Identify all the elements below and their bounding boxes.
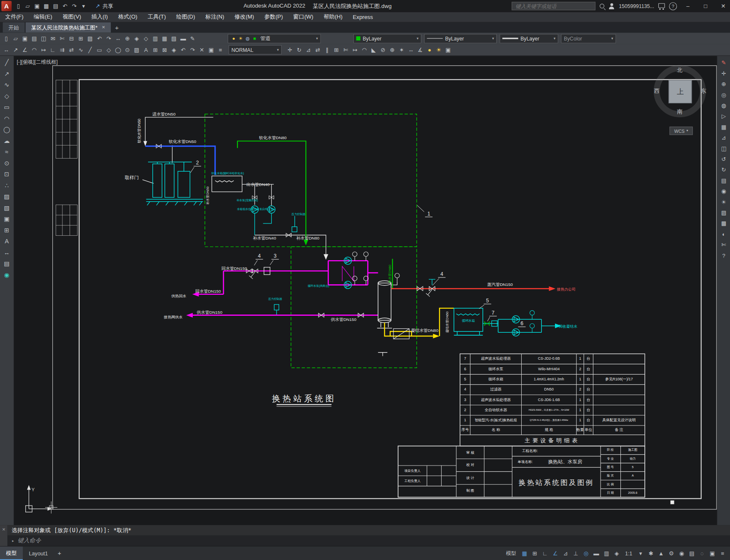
move-icon[interactable]: ✛ — [286, 46, 294, 54]
donut-icon[interactable]: ⊙ — [123, 46, 132, 54]
dim-linear-icon[interactable]: ↔ — [2, 46, 11, 54]
plotstyle-combo[interactable]: ByColor ▾ — [561, 34, 616, 43]
text-style-combo[interactable]: NORMAL ▾ — [229, 45, 282, 54]
menu-item-5[interactable]: 格式(O) — [113, 12, 143, 22]
annotation-visibility-icon[interactable]: ✱ — [646, 549, 655, 558]
pan-icon[interactable]: ✛ — [719, 69, 729, 78]
view-cube-top-face[interactable]: 上 — [668, 80, 692, 103]
zoom-previous-icon[interactable]: ◇ — [142, 34, 151, 43]
view-forward-icon[interactable]: ↻ — [719, 165, 729, 175]
menu-item-4[interactable]: 插入(I) — [86, 12, 113, 22]
drawing-canvas[interactable]: 进水管DN50软化水管DN50软化水管DN50软化水管DN80取样门软化水箱(随… — [14, 55, 717, 525]
undo-small-icon[interactable]: ↶ — [179, 46, 188, 54]
array-icon[interactable]: ⊞ — [332, 46, 341, 54]
section-icon[interactable]: ◫ — [719, 144, 729, 153]
transparency-icon[interactable]: ▥ — [602, 549, 611, 558]
sheet-set-icon[interactable]: ▬ — [179, 34, 188, 43]
copy-icon[interactable]: ⊟ — [67, 34, 76, 43]
command-prompt-placeholder[interactable]: 键入命令 — [18, 537, 41, 545]
layout1-tab[interactable]: Layout1 — [23, 547, 54, 560]
style-manager-icon[interactable]: ▣ — [207, 46, 215, 54]
dim-tool-icon[interactable]: ↔ — [2, 247, 12, 257]
compass-south[interactable]: 南 — [677, 108, 682, 116]
measure-icon[interactable]: ∡ — [416, 46, 425, 54]
point-style-icon[interactable]: ◉ — [2, 269, 12, 280]
region-tool-icon[interactable]: ▣ — [2, 214, 12, 224]
lineweight-combo[interactable]: ByLayer ▾ — [500, 34, 558, 43]
gradient-tool-icon[interactable]: ▧ — [2, 202, 12, 213]
insert-block-icon[interactable]: ⊡ — [2, 169, 12, 179]
snap-mode-icon[interactable]: ⊞ — [530, 549, 539, 558]
break-icon[interactable]: ⊘ — [379, 46, 388, 54]
menu-item-2[interactable]: 编辑(E) — [29, 12, 57, 22]
table-icon[interactable]: ⊞ — [151, 46, 160, 54]
list-icon[interactable]: ≡ — [216, 46, 225, 54]
circle-icon[interactable]: ◯ — [113, 46, 122, 54]
maximize-button[interactable]: □ — [699, 0, 712, 12]
menu-item-12[interactable]: 帮助(H) — [318, 12, 347, 22]
layer-walk-icon[interactable]: ▦ — [719, 122, 729, 132]
account-name[interactable]: 15059991135... — [619, 3, 655, 9]
rectangle-icon[interactable]: ▭ — [95, 46, 104, 54]
menu-item-9[interactable]: 修改(M) — [229, 12, 259, 22]
redo-icon[interactable]: ↷ — [70, 2, 79, 11]
compass-north[interactable]: 北 — [677, 67, 682, 75]
model-tab[interactable]: 模型 — [0, 547, 23, 560]
plot-icon[interactable]: ▤ — [51, 2, 60, 11]
isolate-objects-icon[interactable]: ◌ — [698, 549, 707, 558]
new-file-icon[interactable]: ▯ — [14, 2, 23, 11]
leader-icon[interactable]: ↦ — [39, 46, 48, 54]
revcloud-tool-icon[interactable]: ☁ — [2, 135, 12, 145]
hatch-tool-icon[interactable]: ▨ — [2, 191, 12, 202]
dim-baseline-icon[interactable]: ⇉ — [58, 46, 67, 54]
layer-combo[interactable]: ●☀◍■ 管道 ▾ — [228, 34, 321, 43]
open-file-icon[interactable]: ▱ — [23, 2, 32, 11]
model-paper-toggle[interactable]: 模型 — [503, 550, 519, 557]
open-icon[interactable]: ▱ — [11, 34, 20, 43]
user-icon[interactable] — [609, 3, 614, 9]
object-snap-icon[interactable]: ◎ — [582, 549, 591, 558]
line-icon[interactable]: ╱ — [86, 46, 94, 54]
image-tool-icon[interactable]: ▤ — [2, 258, 12, 269]
fillet-icon[interactable]: ◠ — [360, 46, 369, 54]
isodraft-icon[interactable]: ⊿ — [561, 549, 570, 558]
match-properties-icon[interactable]: ▨ — [86, 34, 94, 43]
plot-icon[interactable]: ▤ — [30, 34, 39, 43]
mtext-tool-icon[interactable]: A — [2, 236, 12, 246]
polygon-tool-icon[interactable]: ◇ — [2, 91, 12, 101]
app-store-cart-icon[interactable] — [658, 3, 665, 8]
ray-tool-icon[interactable]: ↗ — [2, 68, 12, 78]
publish-icon[interactable]: ✉ — [48, 34, 57, 43]
named-views-icon[interactable]: ▤ — [719, 176, 729, 185]
stretch-icon[interactable]: ↔ — [407, 46, 415, 54]
menu-item-7[interactable]: 绘图(D) — [171, 12, 200, 22]
table-tool-icon[interactable]: ⊞ — [2, 225, 12, 235]
rectangle-tool-icon[interactable]: ▭ — [2, 102, 12, 112]
menu-item-8[interactable]: 标注(N) — [200, 12, 229, 22]
viewport-controls[interactable]: [-][俯视][二维线框] — [17, 59, 58, 66]
dim-angular-icon[interactable]: ∠ — [21, 46, 30, 54]
clip-icon[interactable]: ✄ — [719, 240, 729, 250]
line-tool-icon[interactable]: ╱ — [2, 57, 12, 67]
selection-cycling-icon[interactable]: ◈ — [612, 549, 621, 558]
hatch-icon[interactable]: ▨ — [132, 46, 141, 54]
new-layout-button[interactable]: + — [54, 550, 65, 557]
markup-icon[interactable]: ✎ — [188, 34, 197, 43]
customization-icon[interactable]: ≡ — [718, 549, 727, 558]
layer-thaw-icon[interactable]: ☀ — [237, 34, 244, 43]
menu-item-10[interactable]: 参数(P) — [259, 12, 288, 22]
dim-arc-icon[interactable]: ◠ — [30, 46, 39, 54]
linetype-combo[interactable]: ByLayer ▾ — [424, 34, 497, 43]
zoom-icon[interactable]: ⊕ — [719, 80, 729, 89]
menu-item-1[interactable]: 文件(F) — [0, 12, 29, 22]
autocad-logo[interactable]: A — [1, 1, 11, 11]
share-button[interactable]: ↗ 共享 — [95, 3, 113, 10]
layer-color-swatch[interactable]: ■ — [251, 34, 258, 43]
redo-icon[interactable]: ↷ — [104, 34, 113, 43]
zoom-window-icon[interactable]: ◈ — [132, 34, 141, 43]
camera-icon[interactable]: ◉ — [719, 187, 729, 196]
zoom-realtime-icon[interactable]: ⊕ — [123, 34, 132, 43]
save-as-icon[interactable]: ▩ — [42, 2, 51, 11]
orbit-icon[interactable]: ◎ — [719, 90, 729, 100]
paste-icon[interactable]: ⊞ — [76, 34, 85, 43]
